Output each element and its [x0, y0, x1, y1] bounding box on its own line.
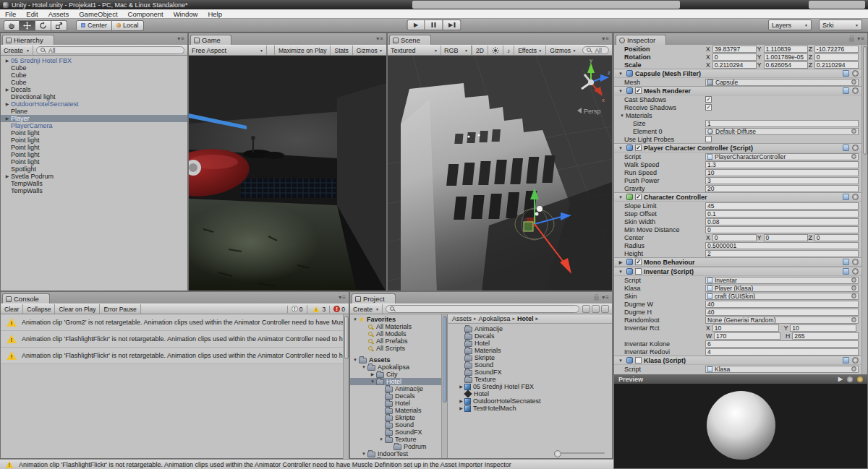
- tab-project[interactable]: Project: [352, 293, 396, 304]
- hierarchy-item[interactable]: Point light: [1, 151, 187, 158]
- object-picker-icon[interactable]: [851, 293, 856, 298]
- foldout-icon[interactable]: ▼: [617, 146, 624, 150]
- game-gizmos-dropdown[interactable]: Gizmos ▼: [352, 46, 386, 55]
- hierarchy-item[interactable]: Point light: [1, 129, 187, 137]
- tree-item[interactable]: Assets: [350, 356, 441, 363]
- field-value[interactable]: 1.3: [705, 161, 859, 168]
- foldout-icon[interactable]: [369, 371, 376, 378]
- y-value-field[interactable]: 0: [764, 234, 808, 241]
- field-value[interactable]: 3: [705, 177, 859, 184]
- y-value-field[interactable]: 1.001789e-05: [764, 53, 808, 61]
- z-value-field[interactable]: 0.2110294: [814, 61, 859, 69]
- gear-icon[interactable]: [852, 70, 859, 77]
- foldout-icon[interactable]: [360, 450, 367, 457]
- file-item[interactable]: Hotel: [448, 390, 612, 397]
- script-object-field[interactable]: PlayerCharacterController: [705, 153, 859, 160]
- component-header-mesh-renderer[interactable]: ▼ Mesh Renderer: [614, 86, 861, 95]
- file-item[interactable]: TestHotelMach: [448, 405, 612, 412]
- gear-icon[interactable]: [852, 145, 859, 151]
- hierarchy-item[interactable]: Player: [1, 115, 187, 122]
- file-item[interactable]: Materials: [448, 347, 612, 354]
- preview-play-icon[interactable]: ▶: [838, 376, 843, 382]
- field-value[interactable]: 40: [705, 309, 859, 316]
- file-item[interactable]: Texture: [448, 376, 612, 383]
- tree-item[interactable]: Decals: [350, 392, 441, 400]
- 2d-toggle[interactable]: 2D: [472, 46, 488, 55]
- tab-game[interactable]: Game: [190, 35, 231, 45]
- component-enabled-checkbox[interactable]: [635, 357, 642, 363]
- search-by-type-icon[interactable]: [582, 305, 590, 313]
- panel-menu-icon[interactable]: ▾≡: [602, 294, 610, 301]
- search-by-label-icon[interactable]: [592, 305, 600, 313]
- rect-x-field[interactable]: 10: [712, 324, 779, 332]
- create-dropdown[interactable]: Create ▼: [350, 304, 383, 314]
- scrollbar-thumb[interactable]: [863, 46, 867, 155]
- field-value[interactable]: 0: [705, 226, 859, 233]
- save-search-star-icon[interactable]: [601, 305, 609, 313]
- object-field[interactable]: Inventar: [705, 277, 859, 284]
- error-counter[interactable]: !0: [329, 306, 349, 313]
- foldout-icon[interactable]: [4, 57, 11, 64]
- tree-item[interactable]: Materials: [350, 457, 441, 458]
- hierarchy-item[interactable]: PlayerCamera: [1, 122, 187, 129]
- aspect-dropdown[interactable]: Free Aspect ▼: [189, 46, 267, 55]
- play-button[interactable]: ▶: [407, 20, 425, 30]
- project-search-input[interactable]: [386, 305, 579, 313]
- foldout-icon[interactable]: [458, 405, 464, 412]
- cast-shadows-checkbox[interactable]: [705, 96, 712, 103]
- file-item[interactable]: 05 Srednji Hotel FBX: [448, 383, 612, 390]
- scene-viewport[interactable]: y z x Persp: [388, 56, 612, 291]
- menu-item[interactable]: Edit: [21, 9, 43, 19]
- tree-item[interactable]: All Prefabs: [350, 337, 441, 345]
- field-value[interactable]: 0.5000001: [705, 242, 859, 249]
- x-value-field[interactable]: 39.83797: [712, 46, 757, 53]
- render-channel-dropdown[interactable]: RGB ▼: [441, 46, 472, 55]
- hierarchy-item[interactable]: Plane: [1, 108, 187, 115]
- menu-item[interactable]: Window: [169, 9, 203, 19]
- preview-header[interactable]: Preview ▶: [614, 374, 867, 384]
- component-header-character-controller[interactable]: ▼ Character Controller: [614, 192, 861, 202]
- foldout-icon[interactable]: [4, 100, 11, 108]
- tree-item[interactable]: Sound: [350, 421, 441, 429]
- menu-item[interactable]: Help: [203, 9, 227, 19]
- gear-icon[interactable]: [852, 259, 859, 265]
- tree-item[interactable]: All Materials: [350, 323, 441, 330]
- help-icon[interactable]: [843, 357, 849, 363]
- field-value[interactable]: 4: [705, 348, 859, 356]
- component-enabled-checkbox[interactable]: [635, 259, 642, 265]
- menu-item[interactable]: Assets: [43, 9, 75, 19]
- rotate-tool-button[interactable]: [35, 20, 51, 31]
- field-value[interactable]: 2: [705, 250, 859, 257]
- create-dropdown[interactable]: Create ▼: [1, 46, 33, 55]
- foldout-icon[interactable]: [352, 316, 359, 323]
- tree-item[interactable]: Favorites: [350, 316, 441, 323]
- foldout-icon[interactable]: [352, 356, 359, 363]
- receive-shadows-checkbox[interactable]: [705, 104, 712, 111]
- lock-icon[interactable]: [849, 38, 854, 42]
- y-value-field[interactable]: 0.626054: [764, 61, 808, 69]
- object-picker-icon[interactable]: [851, 154, 856, 159]
- component-header-klasa[interactable]: ▼ Klasa (Script): [614, 356, 861, 365]
- tab-inspector[interactable]: Inspector: [616, 35, 666, 45]
- file-item[interactable]: OutdoorHotelSecnatest: [448, 397, 612, 405]
- foldout-icon[interactable]: ▼: [617, 270, 624, 274]
- tab-scene[interactable]: Scene: [389, 35, 431, 45]
- x-value-field[interactable]: 0: [712, 53, 757, 61]
- effects-dropdown[interactable]: Effects ▼: [514, 46, 545, 55]
- hierarchy-item[interactable]: Directional light: [1, 93, 187, 100]
- tree-item[interactable]: All Scripts: [350, 345, 441, 352]
- hierarchy-item[interactable]: Cube: [1, 64, 187, 72]
- script-object-field[interactable]: Klasa: [705, 366, 859, 373]
- tree-item[interactable]: City: [350, 371, 441, 378]
- object-field[interactable]: craft (GUISkin): [705, 293, 859, 300]
- scrollbar-thumb[interactable]: [344, 316, 349, 359]
- gear-icon[interactable]: [852, 87, 859, 94]
- file-item[interactable]: SoundFX: [448, 369, 612, 376]
- hierarchy-item[interactable]: Svetla Podrum: [1, 173, 187, 180]
- gear-icon[interactable]: [852, 268, 859, 275]
- field-value[interactable]: 40: [705, 301, 859, 308]
- menu-item[interactable]: Component: [123, 9, 169, 19]
- z-value-field[interactable]: 0: [814, 234, 859, 241]
- component-enabled-checkbox[interactable]: [635, 194, 642, 200]
- foldout-icon[interactable]: ▼: [617, 72, 624, 76]
